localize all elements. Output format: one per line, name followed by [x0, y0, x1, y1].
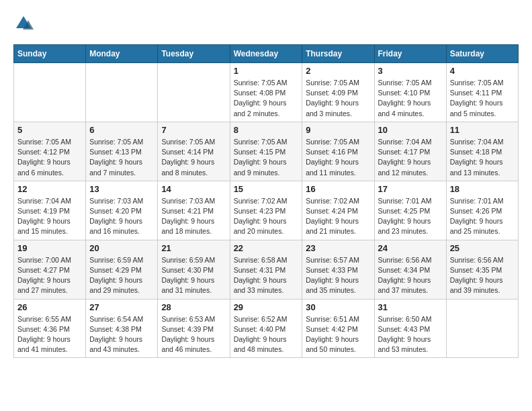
calendar-cell: 19Sunrise: 7:00 AMSunset: 4:27 PMDayligh… — [14, 240, 86, 299]
calendar-cell: 3Sunrise: 7:05 AMSunset: 4:10 PMDaylight… — [374, 63, 446, 122]
calendar-cell: 22Sunrise: 6:58 AMSunset: 4:31 PMDayligh… — [230, 240, 302, 299]
calendar-cell: 12Sunrise: 7:04 AMSunset: 4:19 PMDayligh… — [14, 181, 86, 240]
day-number: 17 — [378, 184, 443, 194]
day-number: 27 — [89, 302, 154, 312]
calendar-cell: 27Sunrise: 6:54 AMSunset: 4:38 PMDayligh… — [86, 299, 158, 358]
day-info: Sunrise: 7:04 AMSunset: 4:17 PMDaylight:… — [378, 137, 443, 178]
day-number: 23 — [306, 243, 370, 253]
day-number: 18 — [450, 184, 515, 194]
day-info: Sunrise: 7:03 AMSunset: 4:21 PMDaylight:… — [161, 196, 226, 237]
day-info: Sunrise: 6:50 AMSunset: 4:43 PMDaylight:… — [378, 314, 443, 355]
calendar-cell: 16Sunrise: 7:02 AMSunset: 4:24 PMDayligh… — [302, 181, 374, 240]
day-number: 16 — [306, 184, 370, 194]
calendar-cell — [86, 63, 158, 122]
calendar-cell: 28Sunrise: 6:53 AMSunset: 4:39 PMDayligh… — [158, 299, 230, 358]
day-info: Sunrise: 7:04 AMSunset: 4:18 PMDaylight:… — [450, 137, 515, 178]
page-header — [13, 13, 519, 34]
day-number: 19 — [17, 243, 82, 253]
calendar-cell: 13Sunrise: 7:03 AMSunset: 4:20 PMDayligh… — [86, 181, 158, 240]
day-number: 24 — [378, 243, 443, 253]
calendar-cell: 21Sunrise: 6:59 AMSunset: 4:30 PMDayligh… — [158, 240, 230, 299]
day-number: 20 — [89, 243, 154, 253]
calendar-body: 1Sunrise: 7:05 AMSunset: 4:08 PMDaylight… — [14, 63, 519, 358]
day-info: Sunrise: 7:05 AMSunset: 4:12 PMDaylight:… — [17, 137, 82, 178]
header-cell-thursday: Thursday — [302, 45, 374, 63]
day-info: Sunrise: 7:00 AMSunset: 4:27 PMDaylight:… — [17, 255, 82, 296]
header-cell-sunday: Sunday — [14, 45, 86, 63]
day-info: Sunrise: 7:05 AMSunset: 4:09 PMDaylight:… — [306, 78, 370, 119]
day-info: Sunrise: 6:57 AMSunset: 4:33 PMDaylight:… — [306, 255, 370, 296]
calendar-cell: 11Sunrise: 7:04 AMSunset: 4:18 PMDayligh… — [446, 122, 518, 181]
calendar-cell: 17Sunrise: 7:01 AMSunset: 4:25 PMDayligh… — [374, 181, 446, 240]
day-number: 3 — [378, 66, 443, 76]
calendar-cell: 5Sunrise: 7:05 AMSunset: 4:12 PMDaylight… — [14, 122, 86, 181]
calendar-cell — [446, 299, 518, 358]
calendar-table: SundayMondayTuesdayWednesdayThursdayFrid… — [13, 44, 519, 358]
day-info: Sunrise: 7:04 AMSunset: 4:19 PMDaylight:… — [17, 196, 82, 237]
day-info: Sunrise: 7:01 AMSunset: 4:25 PMDaylight:… — [378, 196, 443, 237]
day-info: Sunrise: 7:02 AMSunset: 4:24 PMDaylight:… — [306, 196, 370, 237]
day-number: 30 — [306, 302, 370, 312]
day-info: Sunrise: 6:51 AMSunset: 4:42 PMDaylight:… — [306, 314, 370, 355]
header-cell-wednesday: Wednesday — [230, 45, 302, 63]
calendar-cell: 9Sunrise: 7:05 AMSunset: 4:16 PMDaylight… — [302, 122, 374, 181]
calendar-cell: 25Sunrise: 6:56 AMSunset: 4:35 PMDayligh… — [446, 240, 518, 299]
week-row-0: 1Sunrise: 7:05 AMSunset: 4:08 PMDaylight… — [14, 63, 519, 122]
day-info: Sunrise: 6:54 AMSunset: 4:38 PMDaylight:… — [89, 314, 154, 355]
day-number: 7 — [161, 125, 226, 135]
day-number: 5 — [17, 125, 82, 135]
calendar-cell: 23Sunrise: 6:57 AMSunset: 4:33 PMDayligh… — [302, 240, 374, 299]
week-row-2: 12Sunrise: 7:04 AMSunset: 4:19 PMDayligh… — [14, 181, 519, 240]
day-info: Sunrise: 6:55 AMSunset: 4:36 PMDaylight:… — [17, 314, 82, 355]
header-cell-tuesday: Tuesday — [158, 45, 230, 63]
day-number: 12 — [17, 184, 82, 194]
header-cell-saturday: Saturday — [446, 45, 518, 63]
day-number: 22 — [234, 243, 299, 253]
day-number: 11 — [450, 125, 515, 135]
day-info: Sunrise: 7:05 AMSunset: 4:14 PMDaylight:… — [161, 137, 226, 178]
day-number: 10 — [378, 125, 443, 135]
calendar-cell: 4Sunrise: 7:05 AMSunset: 4:11 PMDaylight… — [446, 63, 518, 122]
calendar-cell: 2Sunrise: 7:05 AMSunset: 4:09 PMDaylight… — [302, 63, 374, 122]
day-number: 21 — [161, 243, 226, 253]
calendar-cell: 18Sunrise: 7:01 AMSunset: 4:26 PMDayligh… — [446, 181, 518, 240]
day-info: Sunrise: 6:58 AMSunset: 4:31 PMDaylight:… — [234, 255, 299, 296]
day-info: Sunrise: 6:52 AMSunset: 4:40 PMDaylight:… — [234, 314, 299, 355]
calendar-cell: 6Sunrise: 7:05 AMSunset: 4:13 PMDaylight… — [86, 122, 158, 181]
calendar-cell: 15Sunrise: 7:02 AMSunset: 4:23 PMDayligh… — [230, 181, 302, 240]
day-info: Sunrise: 6:59 AMSunset: 4:30 PMDaylight:… — [161, 255, 226, 296]
week-row-3: 19Sunrise: 7:00 AMSunset: 4:27 PMDayligh… — [14, 240, 519, 299]
day-info: Sunrise: 7:05 AMSunset: 4:10 PMDaylight:… — [378, 78, 443, 119]
header-row: SundayMondayTuesdayWednesdayThursdayFrid… — [14, 45, 519, 63]
day-number: 6 — [89, 125, 154, 135]
day-number: 8 — [234, 125, 299, 135]
day-info: Sunrise: 7:02 AMSunset: 4:23 PMDaylight:… — [234, 196, 299, 237]
calendar-cell — [14, 63, 86, 122]
day-number: 29 — [234, 302, 299, 312]
day-number: 14 — [161, 184, 226, 194]
calendar-cell: 1Sunrise: 7:05 AMSunset: 4:08 PMDaylight… — [230, 63, 302, 122]
calendar-cell: 10Sunrise: 7:04 AMSunset: 4:17 PMDayligh… — [374, 122, 446, 181]
calendar-cell: 30Sunrise: 6:51 AMSunset: 4:42 PMDayligh… — [302, 299, 374, 358]
day-number: 4 — [450, 66, 515, 76]
header-cell-friday: Friday — [374, 45, 446, 63]
day-info: Sunrise: 7:05 AMSunset: 4:11 PMDaylight:… — [450, 78, 515, 119]
logo — [13, 13, 36, 34]
calendar-cell: 20Sunrise: 6:59 AMSunset: 4:29 PMDayligh… — [86, 240, 158, 299]
day-info: Sunrise: 7:05 AMSunset: 4:08 PMDaylight:… — [234, 78, 299, 119]
calendar-cell: 29Sunrise: 6:52 AMSunset: 4:40 PMDayligh… — [230, 299, 302, 358]
day-info: Sunrise: 7:05 AMSunset: 4:13 PMDaylight:… — [89, 137, 154, 178]
day-number: 13 — [89, 184, 154, 194]
day-number: 9 — [306, 125, 370, 135]
week-row-4: 26Sunrise: 6:55 AMSunset: 4:36 PMDayligh… — [14, 299, 519, 358]
calendar-cell: 31Sunrise: 6:50 AMSunset: 4:43 PMDayligh… — [374, 299, 446, 358]
day-info: Sunrise: 6:56 AMSunset: 4:34 PMDaylight:… — [378, 255, 443, 296]
week-row-1: 5Sunrise: 7:05 AMSunset: 4:12 PMDaylight… — [14, 122, 519, 181]
calendar-cell: 24Sunrise: 6:56 AMSunset: 4:34 PMDayligh… — [374, 240, 446, 299]
day-info: Sunrise: 6:53 AMSunset: 4:39 PMDaylight:… — [161, 314, 226, 355]
day-info: Sunrise: 6:59 AMSunset: 4:29 PMDaylight:… — [89, 255, 154, 296]
calendar-cell: 7Sunrise: 7:05 AMSunset: 4:14 PMDaylight… — [158, 122, 230, 181]
logo-icon — [13, 13, 34, 34]
header-cell-monday: Monday — [86, 45, 158, 63]
calendar-cell: 26Sunrise: 6:55 AMSunset: 4:36 PMDayligh… — [14, 299, 86, 358]
